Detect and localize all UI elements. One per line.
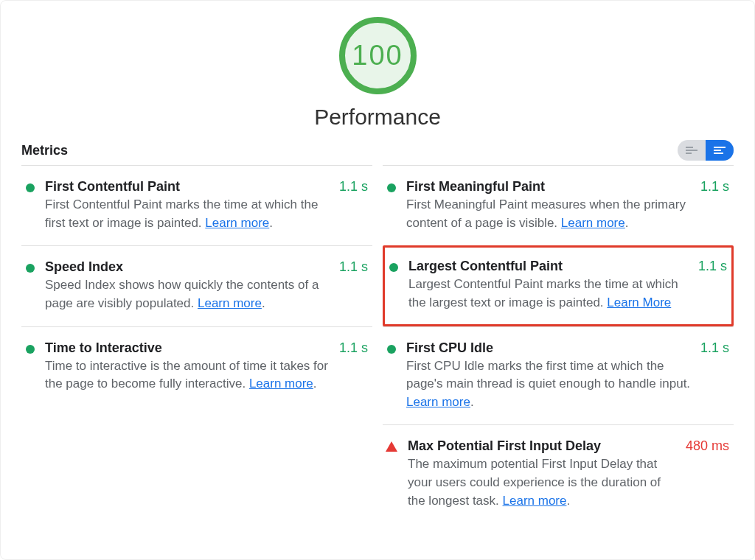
status-dot-icon xyxy=(26,264,35,273)
metric-fcp: First Contentful Paint First Contentful … xyxy=(21,165,372,245)
metric-description: The maximum potential First Input Delay … xyxy=(408,455,678,510)
metric-value: 1.1 s xyxy=(339,259,368,275)
svg-rect-4 xyxy=(714,150,721,151)
svg-rect-5 xyxy=(714,153,723,154)
metric-mpfid: Max Potential First Input Delay The maxi… xyxy=(383,424,734,523)
metric-value: 1.1 s xyxy=(698,259,727,274)
metric-fmp: First Meaningful Paint First Meaningful … xyxy=(383,165,734,245)
metric-si: Speed Index Speed Index shows how quickl… xyxy=(21,245,372,326)
metric-description: Time to interactive is the amount of tim… xyxy=(45,357,332,393)
metric-description: Speed Index shows how quickly the conten… xyxy=(45,276,332,312)
metric-value: 1.1 s xyxy=(700,179,729,195)
metric-tti: Time to Interactive Time to interactive … xyxy=(21,326,372,425)
svg-rect-3 xyxy=(714,147,726,148)
status-dot-icon xyxy=(26,183,35,192)
metric-value: 480 ms xyxy=(686,438,729,454)
status-dot-icon xyxy=(389,263,398,272)
metric-title: Max Potential First Input Delay xyxy=(408,438,678,454)
metric-title: Largest Contentful Paint xyxy=(408,259,691,274)
section-title: Performance xyxy=(314,105,441,130)
view-toggle[interactable] xyxy=(678,140,734,161)
metric-value: 1.1 s xyxy=(339,340,368,356)
svg-rect-1 xyxy=(686,150,697,151)
metrics-header: Metrics xyxy=(21,140,734,161)
learn-more-link[interactable]: Learn more xyxy=(406,395,470,409)
learn-more-link[interactable]: Learn More xyxy=(607,295,671,309)
performance-panel: 100 Performance Metrics First Contentful… xyxy=(0,0,755,560)
status-dot-icon xyxy=(387,345,396,354)
learn-more-link[interactable]: Learn more xyxy=(205,216,269,230)
score-value: 100 xyxy=(352,40,403,71)
metric-title: Speed Index xyxy=(45,259,332,275)
metric-title: First Meaningful Paint xyxy=(406,179,693,195)
learn-more-link[interactable]: Learn more xyxy=(249,377,313,391)
svg-rect-0 xyxy=(686,147,693,148)
metric-title: First Contentful Paint xyxy=(45,179,332,195)
metric-description: First Contentful Paint marks the time at… xyxy=(45,196,332,232)
metric-title: Time to Interactive xyxy=(45,340,332,356)
view-expanded-icon[interactable] xyxy=(706,140,734,161)
learn-more-link[interactable]: Learn more xyxy=(561,216,625,230)
learn-more-link[interactable]: Learn more xyxy=(198,296,262,310)
metric-title: First CPU Idle xyxy=(406,340,693,356)
metrics-grid: First Contentful Paint First Contentful … xyxy=(21,165,734,523)
metric-description: Largest Contentful Paint marks the time … xyxy=(408,276,691,312)
metric-value: 1.1 s xyxy=(700,340,729,356)
metric-value: 1.1 s xyxy=(339,179,368,195)
status-dot-icon xyxy=(387,183,396,192)
metric-description: First Meaningful Paint measures when the… xyxy=(406,196,693,232)
score-gauge: 100 xyxy=(339,17,417,94)
metrics-label: Metrics xyxy=(21,143,68,158)
metric-description: First CPU Idle marks the first time at w… xyxy=(406,357,693,412)
metric-fci: First CPU Idle First CPU Idle marks the … xyxy=(383,326,734,425)
svg-rect-2 xyxy=(686,153,692,154)
metric-lcp: Largest Contentful Paint Largest Content… xyxy=(383,245,734,326)
status-dot-icon xyxy=(26,345,35,354)
view-compact-icon[interactable] xyxy=(678,140,706,161)
learn-more-link[interactable]: Learn more xyxy=(503,494,567,508)
score-header: 100 Performance xyxy=(21,17,734,130)
status-triangle-icon xyxy=(386,441,397,452)
empty-cell xyxy=(21,424,372,523)
